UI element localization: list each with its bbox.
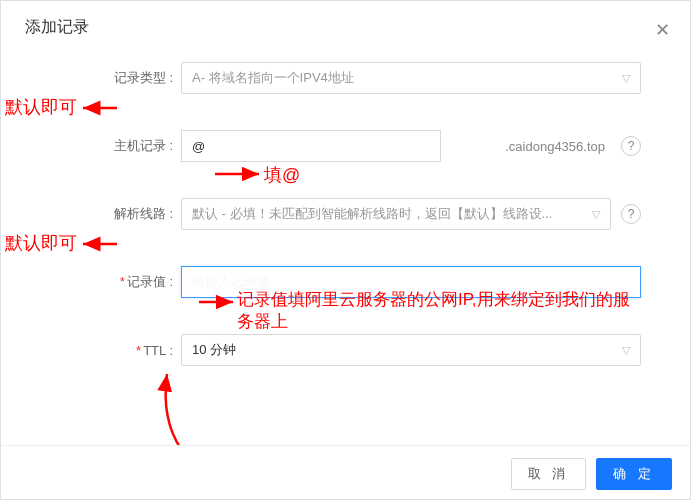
label-record-value: *记录值 :	[31, 273, 181, 291]
help-icon[interactable]: ?	[621, 204, 641, 224]
select-ttl[interactable]: 10 分钟 ▽	[181, 334, 641, 366]
host-suffix: .caidong4356.top	[449, 139, 611, 154]
row-record-type: 记录类型 : A- 将域名指向一个IPV4地址 ▽	[31, 62, 662, 94]
form: 记录类型 : A- 将域名指向一个IPV4地址 ▽ 主机记录 : @ .caid…	[1, 52, 691, 396]
modal-header: 添加记录 ✕	[1, 1, 691, 52]
label-record-type: 记录类型 :	[31, 69, 181, 87]
row-record-value: *记录值 : 请输入记录值	[31, 266, 662, 298]
add-record-modal: 添加记录 ✕ 记录类型 : A- 将域名指向一个IPV4地址 ▽ 主机记录 : …	[1, 1, 691, 500]
input-record-value-placeholder: 请输入记录值	[192, 273, 270, 291]
confirm-button[interactable]: 确 定	[596, 458, 672, 490]
select-record-type-value: A- 将域名指向一个IPV4地址	[192, 69, 354, 87]
chevron-down-icon: ▽	[622, 72, 630, 85]
cancel-button[interactable]: 取 消	[511, 458, 587, 490]
select-ttl-value: 10 分钟	[192, 341, 236, 359]
modal-title: 添加记录	[25, 18, 89, 35]
help-icon[interactable]: ?	[621, 136, 641, 156]
input-record-value[interactable]: 请输入记录值	[181, 266, 641, 298]
input-host-record[interactable]: @	[181, 130, 441, 162]
select-record-type[interactable]: A- 将域名指向一个IPV4地址 ▽	[181, 62, 641, 94]
select-resolution-line[interactable]: 默认 - 必填！未匹配到智能解析线路时，返回【默认】线路设... ▽	[181, 198, 611, 230]
row-ttl: *TTL : 10 分钟 ▽	[31, 334, 662, 366]
close-icon[interactable]: ✕	[655, 21, 670, 39]
select-resolution-line-value: 默认 - 必填！未匹配到智能解析线路时，返回【默认】线路设...	[192, 205, 552, 223]
chevron-down-icon: ▽	[592, 208, 600, 221]
chevron-down-icon: ▽	[622, 344, 630, 357]
modal-footer: 取 消 确 定	[1, 445, 691, 500]
label-resolution-line: 解析线路 :	[31, 205, 181, 223]
row-host-record: 主机记录 : @ .caidong4356.top ?	[31, 130, 662, 162]
input-host-record-value: @	[192, 139, 205, 154]
row-resolution-line: 解析线路 : 默认 - 必填！未匹配到智能解析线路时，返回【默认】线路设... …	[31, 198, 662, 230]
label-ttl: *TTL :	[31, 343, 181, 358]
label-host-record: 主机记录 :	[31, 137, 181, 155]
